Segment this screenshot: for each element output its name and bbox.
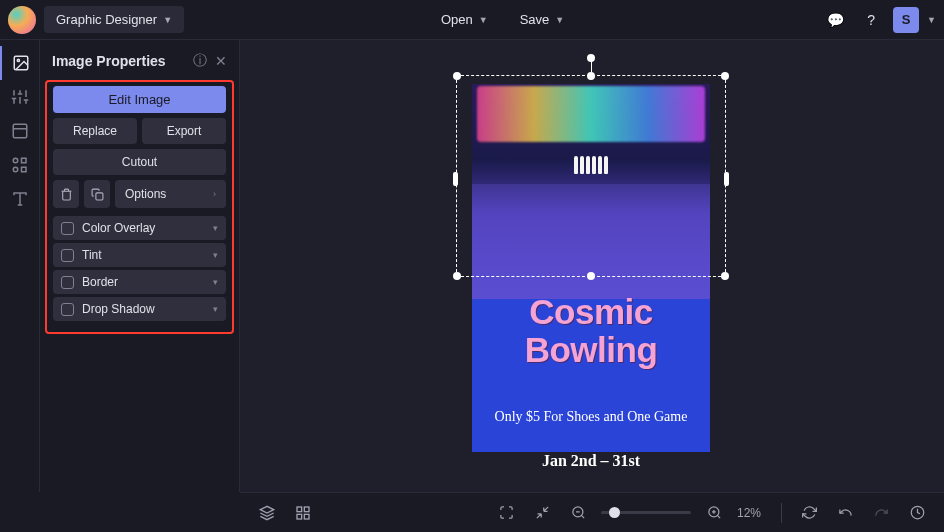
- cutout-button[interactable]: Cutout: [53, 149, 226, 175]
- resize-handle-bl[interactable]: [453, 272, 461, 280]
- svg-line-26: [581, 515, 584, 518]
- redo-icon: [874, 505, 889, 520]
- sidebar-item-templates[interactable]: [0, 114, 40, 148]
- save-button[interactable]: Save ▼: [508, 6, 577, 33]
- prop-tint[interactable]: Tint ▾: [53, 243, 226, 267]
- open-button[interactable]: Open ▼: [429, 6, 500, 33]
- prop-drop-shadow[interactable]: Drop Shadow ▾: [53, 297, 226, 321]
- canvas[interactable]: Cosmic Bowling Only $5 For Shoes and One…: [240, 40, 944, 492]
- export-button[interactable]: Export: [142, 118, 226, 144]
- duplicate-button[interactable]: [84, 180, 110, 208]
- panel-header: Image Properties ⓘ ✕: [40, 40, 239, 80]
- poster-artboard[interactable]: Cosmic Bowling Only $5 For Shoes and One…: [472, 84, 710, 452]
- resize-handle-tr[interactable]: [721, 72, 729, 80]
- checkbox-unchecked[interactable]: [61, 222, 74, 235]
- image-icon: [12, 54, 30, 72]
- resize-handle-tl[interactable]: [453, 72, 461, 80]
- bottom-bar: 12%: [240, 492, 944, 532]
- resize-handle-tm[interactable]: [587, 72, 595, 80]
- title-line2: Bowling: [525, 330, 658, 369]
- sliders-icon: [11, 88, 29, 106]
- zoom-out-button[interactable]: [565, 500, 591, 526]
- resize-handle-br[interactable]: [721, 272, 729, 280]
- chevron-down-icon[interactable]: ▼: [927, 15, 936, 25]
- panel-body-highlighted: Edit Image Replace Export Cutout Options…: [45, 80, 234, 334]
- svg-rect-24: [297, 514, 302, 519]
- chevron-right-icon: ›: [213, 189, 216, 199]
- rotate-handle[interactable]: [587, 54, 595, 62]
- comments-button[interactable]: 💬: [821, 6, 849, 34]
- avatar-initial: S: [902, 12, 911, 27]
- chat-icon: 💬: [827, 12, 844, 28]
- grid-icon: [295, 505, 311, 521]
- neon-decoration: [477, 86, 705, 142]
- zoom-in-button[interactable]: [701, 500, 727, 526]
- svg-line-29: [717, 515, 720, 518]
- refresh-button[interactable]: [796, 500, 822, 526]
- prop-color-overlay[interactable]: Color Overlay ▾: [53, 216, 226, 240]
- undo-button[interactable]: [832, 500, 858, 526]
- svg-rect-14: [22, 158, 27, 163]
- svg-point-13: [13, 158, 18, 163]
- bowling-pins: [574, 156, 608, 174]
- chevron-down-icon: ▼: [479, 15, 488, 25]
- resize-handle-mr[interactable]: [724, 172, 729, 186]
- properties-panel: Image Properties ⓘ ✕ Edit Image Replace …: [40, 40, 240, 492]
- checkbox-unchecked[interactable]: [61, 303, 74, 316]
- svg-rect-21: [297, 507, 302, 512]
- prop-border[interactable]: Border ▾: [53, 270, 226, 294]
- chevron-down-icon: ▾: [213, 223, 218, 233]
- resize-handle-ml[interactable]: [453, 172, 458, 186]
- minimize-icon: [535, 505, 550, 520]
- zoom-in-icon: [707, 505, 722, 520]
- sidebar-item-adjust[interactable]: [0, 80, 40, 114]
- chevron-down-icon: ▾: [213, 250, 218, 260]
- checkbox-unchecked[interactable]: [61, 249, 74, 262]
- svg-rect-22: [304, 507, 309, 512]
- workspace-selector[interactable]: Graphic Designer ▼: [44, 6, 184, 33]
- zoom-slider[interactable]: [601, 511, 691, 514]
- chevron-down-icon: ▾: [213, 304, 218, 314]
- maximize-icon: [499, 505, 514, 520]
- svg-rect-16: [22, 167, 27, 172]
- template-icon: [11, 122, 29, 140]
- slider-thumb[interactable]: [609, 507, 620, 518]
- fit-button[interactable]: [529, 500, 555, 526]
- replace-button[interactable]: Replace: [53, 118, 137, 144]
- delete-button[interactable]: [53, 180, 79, 208]
- info-icon[interactable]: ⓘ: [193, 52, 207, 70]
- lane-reflection: [472, 184, 710, 299]
- prop-label: Tint: [82, 248, 102, 262]
- poster-image[interactable]: [472, 84, 710, 299]
- svg-rect-23: [304, 514, 309, 519]
- sidebar-item-image[interactable]: [0, 46, 40, 80]
- left-sidebar: [0, 40, 40, 492]
- redo-button[interactable]: [868, 500, 894, 526]
- zoom-value: 12%: [737, 506, 767, 520]
- help-button[interactable]: ?: [857, 6, 885, 34]
- sidebar-item-shapes[interactable]: [0, 148, 40, 182]
- sidebar-item-text[interactable]: [0, 182, 40, 216]
- poster-date[interactable]: Jan 2nd – 31st: [472, 452, 710, 470]
- chevron-down-icon: ▼: [555, 15, 564, 25]
- prop-label: Drop Shadow: [82, 302, 155, 316]
- fullscreen-button[interactable]: [493, 500, 519, 526]
- layers-button[interactable]: [254, 500, 280, 526]
- main-area: Image Properties ⓘ ✕ Edit Image Replace …: [0, 40, 944, 492]
- poster-title[interactable]: Cosmic Bowling: [472, 294, 710, 370]
- close-icon[interactable]: ✕: [215, 53, 227, 69]
- copy-icon: [91, 188, 104, 201]
- grid-button[interactable]: [290, 500, 316, 526]
- checkbox-unchecked[interactable]: [61, 276, 74, 289]
- svg-marker-20: [260, 506, 273, 513]
- layers-icon: [259, 505, 275, 521]
- title-line1: Cosmic: [529, 292, 652, 331]
- edit-image-button[interactable]: Edit Image: [53, 86, 226, 113]
- poster-subtitle[interactable]: Only $5 For Shoes and One Game: [492, 408, 690, 426]
- panel-title: Image Properties: [52, 53, 185, 69]
- user-avatar[interactable]: S: [893, 7, 919, 33]
- save-label: Save: [520, 12, 550, 27]
- options-button[interactable]: Options ›: [115, 180, 226, 208]
- history-button[interactable]: [904, 500, 930, 526]
- svg-point-15: [13, 167, 18, 172]
